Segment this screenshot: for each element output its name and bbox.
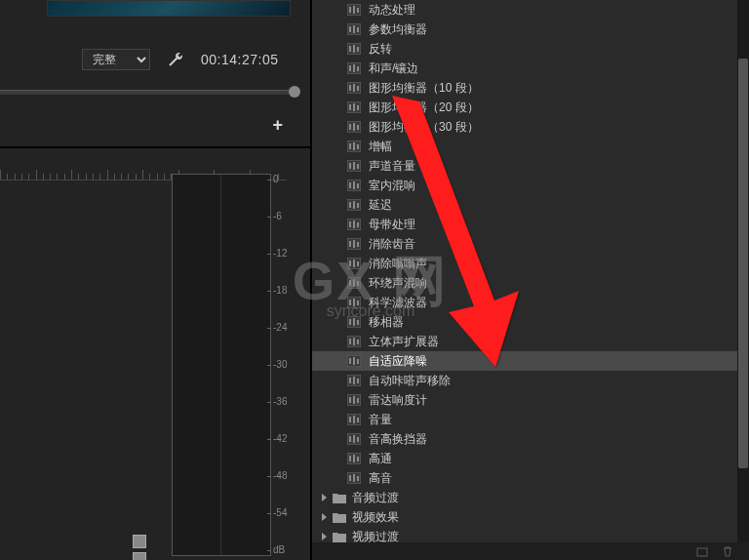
svg-rect-18 bbox=[353, 84, 355, 92]
effect-folder[interactable]: 视频效果 bbox=[312, 507, 749, 527]
audio-effect-icon bbox=[347, 394, 361, 406]
audio-effect-icon bbox=[347, 258, 361, 269]
svg-rect-22 bbox=[353, 103, 355, 111]
meter-handle[interactable] bbox=[133, 552, 146, 560]
svg-rect-81 bbox=[349, 397, 351, 403]
audio-effect-icon bbox=[347, 140, 361, 152]
effect-label: 母带处理 bbox=[369, 217, 415, 233]
effect-folder[interactable]: 音频过渡 bbox=[312, 488, 749, 507]
svg-rect-14 bbox=[353, 64, 355, 72]
timeline-scrubber[interactable] bbox=[0, 90, 295, 100]
effect-label: 音量 bbox=[369, 412, 392, 428]
effect-label: 和声/镶边 bbox=[369, 60, 418, 77]
effect-item[interactable]: 室内混响 bbox=[312, 176, 749, 195]
effect-item[interactable]: 高通 bbox=[312, 449, 749, 468]
effect-label: 反转 bbox=[369, 41, 392, 58]
svg-rect-27 bbox=[357, 125, 359, 130]
expand-caret-icon[interactable] bbox=[322, 513, 327, 521]
effect-item[interactable]: 音量 bbox=[312, 410, 749, 429]
effect-item[interactable]: 立体声扩展器 bbox=[312, 332, 749, 351]
effect-item[interactable]: 自适应降噪 bbox=[312, 351, 749, 371]
effect-item[interactable]: 母带处理 bbox=[312, 215, 749, 234]
svg-rect-10 bbox=[353, 45, 355, 53]
delete-icon[interactable] bbox=[722, 545, 733, 557]
effect-label: 移相器 bbox=[369, 314, 404, 331]
audio-effect-icon bbox=[347, 219, 361, 230]
folder-label: 视频过渡 bbox=[352, 529, 399, 543]
effect-item[interactable]: 消除嗡嗡声 bbox=[312, 254, 749, 273]
effect-label: 室内混响 bbox=[369, 178, 415, 194]
audio-effect-icon bbox=[347, 23, 361, 35]
meter-scale-label: dB bbox=[273, 544, 285, 555]
add-marker-button[interactable]: + bbox=[272, 115, 283, 136]
effect-item[interactable]: 增幅 bbox=[312, 137, 749, 156]
effect-item[interactable]: 动态处理 bbox=[312, 0, 749, 20]
audio-effect-icon bbox=[347, 414, 361, 425]
effect-label: 立体声扩展器 bbox=[369, 334, 439, 350]
effect-item[interactable]: 消除齿音 bbox=[312, 234, 749, 254]
effect-item[interactable]: 参数均衡器 bbox=[312, 20, 749, 39]
svg-rect-37 bbox=[349, 182, 351, 188]
effect-item[interactable]: 环绕声混响 bbox=[312, 273, 749, 293]
effect-item[interactable]: 延迟 bbox=[312, 195, 749, 215]
scrollbar-thumb[interactable] bbox=[738, 59, 748, 468]
audio-effect-icon bbox=[347, 453, 361, 464]
svg-rect-95 bbox=[357, 457, 359, 461]
svg-rect-67 bbox=[357, 320, 359, 325]
effect-label: 消除嗡嗡声 bbox=[369, 256, 427, 272]
svg-rect-21 bbox=[349, 104, 351, 110]
meter-scale-label: -42 bbox=[273, 433, 287, 444]
svg-rect-66 bbox=[353, 318, 355, 326]
scrubber-handle-icon[interactable] bbox=[289, 86, 300, 98]
effect-item[interactable]: 音高换挡器 bbox=[312, 429, 749, 449]
meter-scale-label: -36 bbox=[273, 396, 287, 407]
effect-label: 音高换挡器 bbox=[369, 431, 427, 448]
effect-item[interactable]: 图形均衡器（20 段） bbox=[312, 98, 749, 117]
effect-label: 图形均衡器（30 段） bbox=[369, 119, 479, 136]
resolution-dropdown[interactable]: 完整 bbox=[82, 49, 150, 70]
effect-item[interactable]: 移相器 bbox=[312, 312, 749, 332]
effect-item[interactable]: 图形均衡器（30 段） bbox=[312, 117, 749, 137]
svg-rect-46 bbox=[353, 220, 355, 228]
folder-label: 音频过渡 bbox=[352, 490, 399, 506]
expand-caret-icon[interactable] bbox=[322, 494, 327, 501]
effect-folder[interactable]: 视频过渡 bbox=[312, 527, 749, 542]
svg-rect-6 bbox=[353, 25, 355, 33]
svg-rect-45 bbox=[349, 221, 351, 227]
effect-label: 雷达响度计 bbox=[369, 392, 427, 409]
audio-effect-icon bbox=[347, 160, 361, 172]
effect-item[interactable]: 科学滤波器 bbox=[312, 293, 749, 312]
effect-item[interactable]: 图形均衡器（10 段） bbox=[312, 78, 749, 98]
effect-label: 参数均衡器 bbox=[369, 21, 427, 38]
expand-caret-icon[interactable] bbox=[322, 533, 327, 540]
effect-item[interactable]: 高音 bbox=[312, 468, 749, 488]
audio-effect-icon bbox=[347, 82, 361, 94]
svg-rect-19 bbox=[357, 86, 359, 91]
svg-rect-85 bbox=[349, 417, 351, 422]
meter-handle[interactable] bbox=[133, 535, 146, 548]
svg-rect-98 bbox=[353, 474, 355, 482]
svg-rect-47 bbox=[357, 222, 359, 227]
svg-rect-9 bbox=[349, 46, 351, 52]
svg-rect-35 bbox=[357, 164, 359, 169]
svg-rect-7 bbox=[357, 27, 359, 32]
svg-rect-41 bbox=[349, 202, 351, 208]
svg-rect-51 bbox=[357, 242, 359, 247]
effect-item[interactable]: 反转 bbox=[312, 39, 749, 59]
svg-rect-53 bbox=[349, 260, 351, 266]
svg-rect-3 bbox=[357, 8, 359, 13]
audio-effect-icon bbox=[347, 472, 361, 484]
program-monitor-panel: 完整 00:14:27:05 + 0-6-12-18-24-30-36-42-4… bbox=[0, 0, 312, 560]
settings-wrench-icon[interactable] bbox=[168, 52, 183, 67]
effects-scrollbar[interactable] bbox=[737, 0, 749, 542]
effect-item[interactable]: 和声/镶边 bbox=[312, 59, 749, 78]
svg-rect-91 bbox=[357, 437, 359, 442]
new-bin-icon[interactable] bbox=[696, 545, 708, 557]
effect-item[interactable]: 雷达响度计 bbox=[312, 390, 749, 410]
effect-item[interactable]: 自动咔嗒声移除 bbox=[312, 371, 749, 390]
timecode-display[interactable]: 00:14:27:05 bbox=[201, 52, 278, 67]
effect-item[interactable]: 声道音量 bbox=[312, 156, 749, 176]
svg-rect-1 bbox=[349, 7, 351, 13]
meter-scale-label: -54 bbox=[273, 507, 287, 518]
audio-effect-icon bbox=[347, 316, 361, 328]
